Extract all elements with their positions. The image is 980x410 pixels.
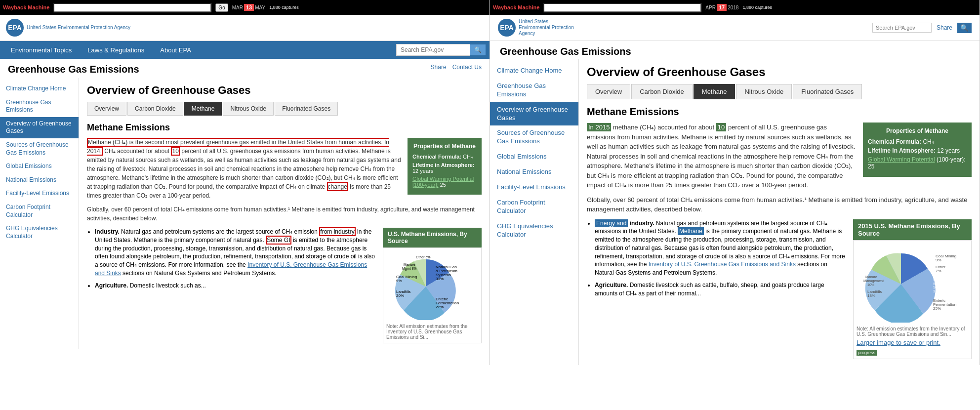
tab-fluorinated-left[interactable]: Fluorinated Gases [275, 102, 338, 116]
properties-box-right: Properties of Methane Chemical Formula: … [863, 123, 972, 177]
sidebar-r-overview[interactable]: Overview of Greenhouse Gases [490, 102, 578, 126]
chart-area-right: Coal Mining 9% Other 7% Natural Gas and … [853, 240, 972, 359]
properties-box-left: Properties of Methane Chemical Formula: … [408, 138, 482, 195]
bullet-agriculture-left: Agriculture. Domestic livestock such as.… [95, 282, 377, 290]
search-input-right[interactable] [872, 23, 932, 33]
contact-link-left[interactable]: Contact Us [452, 64, 482, 71]
wayback-month1-right: APR [705, 5, 716, 10]
wayback-bar-left: Wayback Machine https://www.epa.gov/ghge… [0, 0, 490, 15]
sidebar-item-ghg-calc[interactable]: GHG Equivalencies Calculator [0, 222, 79, 243]
sidebar-r-climate-home[interactable]: Climate Change Home [490, 63, 578, 79]
bullet-energy-right: Energy and industry. Natural gas and pet… [595, 219, 846, 278]
chart-bottom-badge: progress [857, 348, 968, 356]
sidebar-item-carbon-calc[interactable]: Carbon Footprint Calculator [0, 201, 79, 222]
bullets-right: Energy and industry. Natural gas and pet… [587, 219, 846, 359]
svg-text:31%: 31% [933, 289, 941, 293]
sidebar-r-carbon[interactable]: Carbon Footprint Calculator [490, 195, 578, 219]
svg-text:33%: 33% [436, 277, 444, 281]
chart-larger-link-right: Larger image to save or print. [857, 339, 968, 346]
wayback-month1-left: MAR [232, 5, 243, 10]
pie-chart-right: Coal Mining 9% Other 7% Natural Gas and … [857, 244, 969, 323]
wayback-month2-right: 2018 [728, 5, 738, 10]
svg-text:20%: 20% [396, 293, 404, 298]
tab-nitrous-right[interactable]: Nitrous Oxide [736, 84, 792, 99]
svg-text:22%: 22% [436, 305, 444, 309]
search-button-left[interactable]: 🔍 [470, 44, 486, 55]
share-link-right[interactable]: Share [937, 24, 952, 31]
tab-nitrous-left[interactable]: Nitrous Oxide [223, 102, 274, 116]
search-button-right[interactable]: 🔍 [957, 23, 972, 33]
sidebar-item-overview[interactable]: Overview of Greenhouse Gases [0, 117, 79, 138]
sidebar-r-ghg-calc[interactable]: GHG Equivalencies Calculator [490, 219, 578, 243]
sidebar-item-ghg-emissions[interactable]: Greenhouse Gas Emissions [0, 96, 79, 117]
sidebar-item-climate-home[interactable]: Climate Change Home [0, 82, 79, 96]
chart-title-right: 2015 U.S. Methane Emissions, By Source [853, 219, 972, 240]
prop-formula-right: Chemical Formula: CH₄ [868, 138, 967, 145]
main-layout-right: Climate Change Home Greenhouse Gas Emiss… [490, 59, 980, 365]
chart-container-left: U.S. Methane Emissions, By Source [383, 228, 482, 343]
wayback-captures-right: 1,880 captures [742, 5, 772, 10]
global-text-right: Globally, over 60 percent of total CH₄ e… [587, 195, 972, 214]
sidebar-r-sources[interactable]: Sources of Greenhouse Gas Emissions [490, 125, 578, 149]
prop-lifetime-left: Lifetime in Atmosphere: 12 years [412, 162, 477, 174]
tab-overview-left[interactable]: Overview [87, 102, 126, 116]
chart-note-left: Note: All emission estimates from the In… [386, 324, 478, 340]
tab-methane-left[interactable]: Methane [184, 102, 222, 116]
change-highlight-left: change [327, 182, 348, 191]
sidebar-r-facility[interactable]: Facility-Level Emissions [490, 180, 578, 195]
sidebar-item-national[interactable]: National Emissions [0, 173, 79, 187]
intro-highlight-left: Methane (CH₄) is the second most prevale… [87, 138, 389, 156]
prop-title-right: Properties of Methane [868, 127, 967, 134]
page-header-left: Greenhouse Gas Emissions Share Contact U… [0, 59, 490, 78]
wayback-captures-left: 1,880 captures [269, 5, 299, 10]
share-link-left[interactable]: Share [431, 64, 447, 71]
epa-agency-name-left: United States Environmental Protection A… [27, 25, 130, 31]
tab-fluorinated-right[interactable]: Fluorinated Gases [793, 84, 862, 99]
prop-title-left: Properties of Methane [412, 143, 477, 150]
sidebar-item-sources[interactable]: Sources of Greenhouse Gas Emissions [0, 138, 79, 160]
bullet-list-left: Industry. Natural gas and petroleum syst… [87, 228, 377, 290]
content-title-right: Overview of Greenhouse Gases [587, 65, 972, 79]
larger-image-link[interactable]: Larger image to save or print. [857, 339, 940, 346]
bullet-industry-left: Industry. Natural gas and petroleum syst… [95, 228, 377, 278]
sidebar-r-ghg[interactable]: Greenhouse Gas Emissions [490, 79, 578, 102]
nav-about-epa[interactable]: About EPA [153, 42, 198, 58]
sidebar-item-global[interactable]: Global Emissions [0, 160, 79, 173]
wayback-go-btn[interactable]: Go [215, 3, 228, 12]
page-header-right: Greenhouse Gas Emissions [490, 41, 980, 59]
nav-environmental-topics[interactable]: Environmental Topics [4, 42, 79, 58]
wayback-url-right[interactable]: https://www.epa.gov/ghgemissions/overvie… [543, 3, 701, 12]
chart-note-right: Note: All emission estimates from the In… [857, 326, 968, 337]
section-title-left: Methane Emissions [87, 123, 482, 133]
wayback-url-left[interactable]: https://www.epa.gov/ghgemissions/overvie… [53, 3, 211, 12]
nav-laws-regulations[interactable]: Laws & Regulations [81, 42, 151, 58]
svg-text:Manure: Manure [404, 263, 415, 266]
page-actions-left: Share Contact Us [431, 64, 482, 71]
tab-overview-right[interactable]: Overview [587, 84, 630, 99]
sidebar-right: Climate Change Home Greenhouse Gas Emiss… [490, 59, 579, 365]
inventory-link-right[interactable]: Inventory of U.S. Greenhouse Gas Emissio… [649, 261, 796, 268]
sidebar-r-national[interactable]: National Emissions [490, 164, 578, 180]
pct-highlight-right: 10 [716, 123, 726, 131]
epa-header-right: EPA United StatesEnvironmental Protectio… [490, 15, 980, 41]
right-panel: Wayback Machine https://www.epa.gov/ghge… [490, 0, 980, 365]
sidebar-r-global[interactable]: Global Emissions [490, 149, 578, 164]
sidebar-item-facility[interactable]: Facility-Level Emissions [0, 187, 79, 201]
inventory-link-left[interactable]: Inventory of U.S. Greenhouse Gas Emissio… [95, 261, 367, 277]
prop-lifetime-right: Lifetime in Atmosphere: 12 years [868, 147, 967, 154]
prop-gwp-left: Global Warming Potential [100-year]: 25 [412, 176, 477, 188]
svg-text:Mgmt 8%: Mgmt 8% [402, 267, 417, 271]
bullet-list-right: Energy and industry. Natural gas and pet… [587, 219, 846, 298]
wayback-bar-right: Wayback Machine https://www.epa.gov/ghge… [490, 0, 980, 15]
tab-co2-right[interactable]: Carbon Dioxide [631, 84, 693, 99]
bullet-agriculture-right: Agriculture. Domestic livestock such as … [595, 281, 846, 298]
page-title-left: Greenhouse Gas Emissions [8, 64, 139, 75]
main-layout-left: Climate Change Home Greenhouse Gas Emiss… [0, 78, 490, 349]
gwp-link-right[interactable]: Global Warming Potential [868, 156, 935, 163]
tab-methane-right[interactable]: Methane [694, 84, 735, 99]
chart-bullets-right: Energy and industry. Natural gas and pet… [587, 219, 972, 359]
epa-logo-right: EPA United StatesEnvironmental Protectio… [498, 19, 574, 37]
tab-co2-left[interactable]: Carbon Dioxide [127, 102, 183, 116]
svg-text:9%: 9% [396, 279, 402, 283]
search-input-left[interactable] [396, 44, 470, 56]
